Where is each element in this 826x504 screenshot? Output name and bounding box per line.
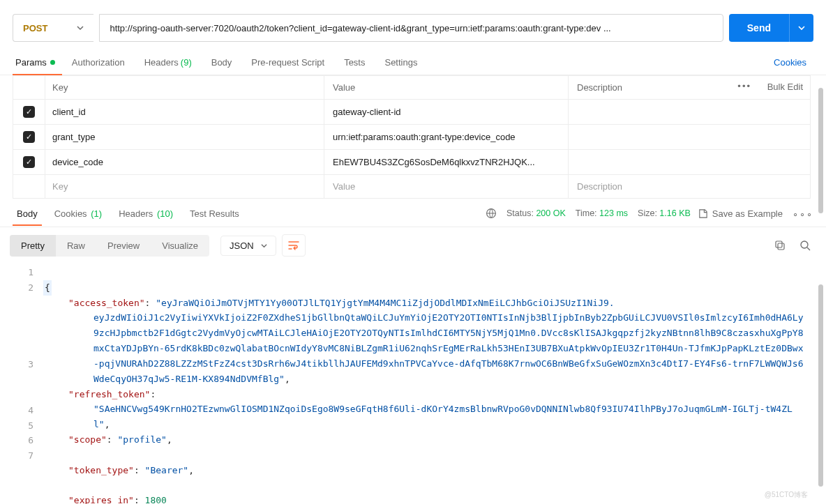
scrollbar[interactable] xyxy=(818,88,823,213)
http-method-label: POST xyxy=(23,23,47,33)
param-value[interactable]: EhEW7BU4S3ZCg6SosDeM6qlkxvzTNR2HJQK... xyxy=(324,150,569,175)
search-icon[interactable] xyxy=(794,234,816,257)
bulk-edit-link[interactable]: Bulk Edit xyxy=(767,82,803,92)
response-body-viewer[interactable]: 1 2 3 4 5 6 7 { "access_token": "eyJraWQ… xyxy=(0,264,826,504)
chevron-down-icon xyxy=(261,243,267,249)
resp-tab-body[interactable]: Body xyxy=(8,208,46,226)
line-gutter: 1 2 3 4 5 6 7 xyxy=(0,265,43,504)
send-button-group: Send xyxy=(729,14,813,42)
view-mode-segment: Pretty Raw Preview Visualize xyxy=(10,235,209,257)
table-row: ✓ grant_type urn:ietf:params:oauth:grant… xyxy=(13,125,811,150)
view-preview[interactable]: Preview xyxy=(96,235,151,257)
http-method-select[interactable]: POST xyxy=(13,14,93,42)
tab-settings[interactable]: Settings xyxy=(375,50,427,75)
params-modified-dot xyxy=(50,60,55,65)
globe-icon[interactable] xyxy=(486,208,497,219)
scrollbar[interactable] xyxy=(818,284,823,487)
param-desc[interactable] xyxy=(569,125,811,150)
param-value[interactable]: gateway-client-id xyxy=(324,100,569,125)
tab-authorization[interactable]: Authorization xyxy=(62,50,135,75)
cookies-link[interactable]: Cookies xyxy=(774,57,813,68)
url-input[interactable]: http://spring-oauth-server:7020/oauth2/t… xyxy=(99,14,723,42)
view-pretty[interactable]: Pretty xyxy=(10,235,56,257)
response-view-toolbar: Pretty Raw Preview Visualize JSON xyxy=(0,227,826,264)
param-key[interactable]: device_code xyxy=(45,150,324,175)
view-visualize[interactable]: Visualize xyxy=(151,235,209,257)
size-value: 1.16 KB xyxy=(659,208,690,218)
table-row: ✓ device_code EhEW7BU4S3ZCg6SosDeM6qlkxv… xyxy=(13,150,811,175)
send-options-button[interactable] xyxy=(790,23,813,33)
param-key-placeholder[interactable]: Key xyxy=(45,175,324,199)
row-checkbox[interactable]: ✓ xyxy=(23,156,35,168)
row-checkbox[interactable]: ✓ xyxy=(23,106,35,118)
response-tabs: Body Cookies (1) Headers (10) Test Resul… xyxy=(0,199,826,227)
param-value[interactable]: urn:ietf:params:oauth:grant-type:device_… xyxy=(324,125,569,150)
wrap-lines-button[interactable] xyxy=(282,234,306,257)
param-desc[interactable] xyxy=(569,150,811,175)
param-value-placeholder[interactable]: Value xyxy=(324,175,569,199)
time-value: 123 ms xyxy=(599,208,628,218)
request-tabs: Params Authorization Headers (9) Body Pr… xyxy=(0,50,826,75)
view-raw[interactable]: Raw xyxy=(56,235,96,257)
send-button[interactable]: Send xyxy=(729,22,789,33)
save-as-example-button[interactable]: Save as Example xyxy=(698,208,783,226)
params-table: Key Value Description ••• Bulk Edit ✓ cl… xyxy=(13,75,811,199)
param-key[interactable]: client_id xyxy=(45,100,324,125)
resp-tab-test-results[interactable]: Test Results xyxy=(181,208,248,226)
row-checkbox[interactable]: ✓ xyxy=(23,131,35,143)
col-description: Description ••• Bulk Edit xyxy=(569,76,811,100)
tab-params[interactable]: Params xyxy=(13,50,62,75)
table-row: ✓ client_id gateway-client-id xyxy=(13,100,811,125)
resp-tab-headers[interactable]: Headers (10) xyxy=(110,208,181,226)
table-row-new: Key Value Description xyxy=(13,175,811,199)
chevron-down-icon xyxy=(77,23,84,33)
param-key[interactable]: grant_type xyxy=(45,125,324,150)
col-value: Value xyxy=(324,76,569,100)
json-source: { "access_token": "eyJraWQiOiJmOTVjMTY1Y… xyxy=(43,265,826,504)
tab-body[interactable]: Body xyxy=(202,50,242,75)
columns-options-icon[interactable]: ••• xyxy=(737,81,751,91)
status-value: 200 OK xyxy=(536,208,565,218)
param-desc-placeholder[interactable]: Description xyxy=(569,175,811,199)
tab-prerequest[interactable]: Pre-request Script xyxy=(241,50,334,75)
tab-tests[interactable]: Tests xyxy=(334,50,375,75)
resp-tab-cookies[interactable]: Cookies (1) xyxy=(46,208,110,226)
url-text: http://spring-oauth-server:7020/oauth2/t… xyxy=(110,23,610,33)
copy-icon[interactable] xyxy=(769,234,791,257)
watermark: @51CTO博客 xyxy=(765,490,808,500)
response-meta: Status: 200 OK Time: 123 ms Size: 1.16 K… xyxy=(486,208,691,226)
col-key: Key xyxy=(45,76,324,100)
tab-headers[interactable]: Headers (9) xyxy=(135,50,202,75)
response-more-icon[interactable]: ∘∘∘ xyxy=(793,208,813,226)
svg-point-3 xyxy=(801,241,808,248)
format-select[interactable]: JSON xyxy=(220,236,276,256)
svg-rect-1 xyxy=(778,243,784,250)
param-desc[interactable] xyxy=(569,100,811,125)
svg-rect-2 xyxy=(776,241,782,247)
